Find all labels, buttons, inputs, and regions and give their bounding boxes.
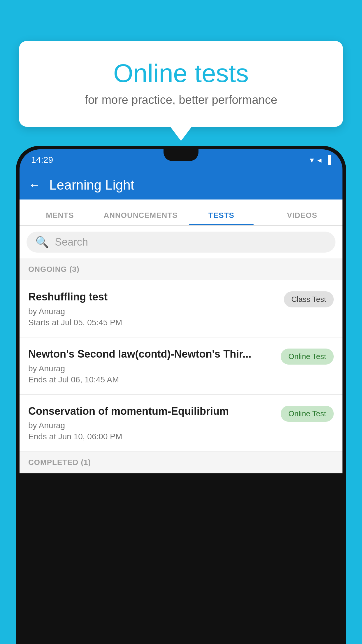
battery-icon: ▐ bbox=[325, 155, 331, 164]
screen-content: 🔍 Search ONGOING (3) Reshuffling test by… bbox=[20, 226, 342, 473]
test-meta-conservation: by Anurag bbox=[28, 421, 275, 430]
app-bar: ← Learning Light bbox=[20, 170, 342, 200]
badge-class-reshuffling: Class Test bbox=[284, 291, 334, 307]
test-info-reshuffling: Reshuffling test by Anurag Starts at Jul… bbox=[28, 290, 284, 327]
phone-frame: 14:29 ▾ ◂ ▐ ← Learning Light MENTS ANNOU… bbox=[16, 146, 346, 644]
status-bar: 14:29 ▾ ◂ ▐ bbox=[20, 149, 342, 170]
status-icons: ▾ ◂ ▐ bbox=[310, 155, 331, 165]
tabs-bar: MENTS ANNOUNCEMENTS TESTS VIDEOS bbox=[20, 200, 342, 226]
app-title: Learning Light bbox=[49, 177, 134, 193]
tab-tests[interactable]: TESTS bbox=[181, 211, 262, 225]
test-meta-reshuffling: by Anurag bbox=[28, 307, 278, 316]
test-meta-newtons: by Anurag bbox=[28, 364, 275, 373]
phone-inner: 14:29 ▾ ◂ ▐ ← Learning Light MENTS ANNOU… bbox=[20, 149, 342, 644]
tab-videos[interactable]: VIDEOS bbox=[262, 211, 342, 225]
badge-online-conservation: Online Test bbox=[281, 406, 334, 422]
wifi-icon: ▾ bbox=[310, 155, 314, 165]
test-item-conservation[interactable]: Conservation of momentum-Equilibrium by … bbox=[20, 395, 342, 452]
badge-online-newtons: Online Test bbox=[281, 349, 334, 365]
test-info-newtons: Newton's Second law(contd)-Newton's Thir… bbox=[28, 347, 281, 384]
test-date-conservation: Ends at Jun 10, 06:00 PM bbox=[28, 432, 275, 441]
back-button[interactable]: ← bbox=[28, 178, 41, 192]
test-name-reshuffling: Reshuffling test bbox=[28, 290, 278, 304]
search-container: 🔍 Search bbox=[20, 226, 342, 258]
notch bbox=[164, 149, 198, 161]
test-info-conservation: Conservation of momentum-Equilibrium by … bbox=[28, 405, 281, 442]
bubble-title: Online tests bbox=[42, 58, 320, 88]
completed-section-header: COMPLETED (1) bbox=[20, 452, 342, 473]
speech-bubble: Online tests for more practice, better p… bbox=[19, 41, 343, 127]
signal-icon: ◂ bbox=[317, 155, 321, 165]
test-name-conservation: Conservation of momentum-Equilibrium bbox=[28, 405, 275, 418]
tab-ments[interactable]: MENTS bbox=[20, 211, 100, 225]
test-date-newtons: Ends at Jul 06, 10:45 AM bbox=[28, 375, 275, 384]
test-date-reshuffling: Starts at Jul 05, 05:45 PM bbox=[28, 318, 278, 327]
search-input[interactable]: 🔍 Search bbox=[27, 232, 335, 253]
search-icon: 🔍 bbox=[35, 236, 49, 249]
test-item-reshuffling[interactable]: Reshuffling test by Anurag Starts at Jul… bbox=[20, 280, 342, 337]
status-time: 14:29 bbox=[31, 155, 53, 165]
test-name-newtons: Newton's Second law(contd)-Newton's Thir… bbox=[28, 347, 275, 361]
ongoing-section-header: ONGOING (3) bbox=[20, 258, 342, 280]
test-item-newtons[interactable]: Newton's Second law(contd)-Newton's Thir… bbox=[20, 337, 342, 395]
tab-announcements[interactable]: ANNOUNCEMENTS bbox=[100, 211, 181, 225]
search-placeholder-text: Search bbox=[55, 236, 88, 248]
bubble-subtitle: for more practice, better performance bbox=[42, 93, 320, 106]
